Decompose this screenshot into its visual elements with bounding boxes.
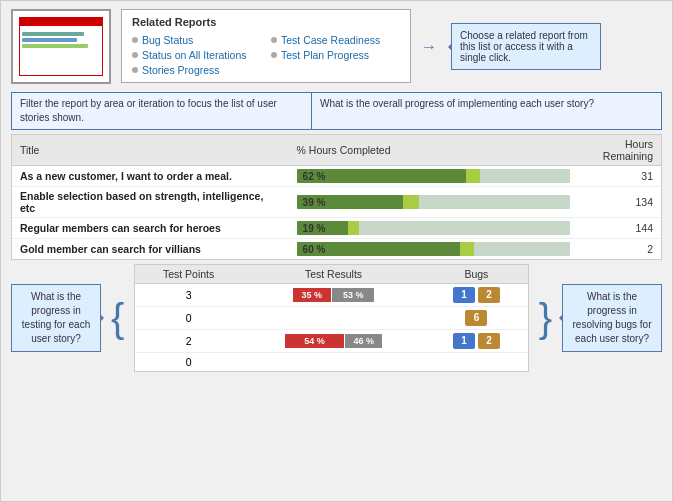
bottom-row: 335 %53 %12 [135, 284, 527, 307]
test-results-cell: 35 %53 % [242, 284, 425, 307]
test-results-cell [242, 353, 425, 372]
test-results-cell [242, 307, 425, 330]
story-title: Gold member can search for villians [12, 239, 289, 260]
bottom-row: 0 [135, 353, 527, 372]
hours-remaining: 144 [578, 218, 661, 239]
screenshot-thumbnail [11, 9, 111, 84]
filter-right-text: What is the overall progress of implemen… [311, 92, 662, 130]
col-test-results: Test Results [242, 265, 425, 284]
hours-remaining: 134 [578, 187, 661, 218]
top-section: Related Reports Bug Status Test Case Rea… [1, 1, 672, 92]
filter-section: Filter the report by area or iteration t… [11, 92, 662, 130]
col-bugs: Bugs [425, 265, 527, 284]
col-hours-completed: % Hours Completed [289, 135, 578, 166]
report-item-test-plan-progress[interactable]: Test Plan Progress [271, 49, 400, 61]
story-title: As a new customer, I want to order a mea… [12, 166, 289, 187]
hours-remaining: 31 [578, 166, 661, 187]
right-brace-icon: } [539, 298, 552, 338]
story-row: Enable selection based on strength, inte… [12, 187, 661, 218]
progress-cell: 60 % [289, 239, 578, 260]
report-item-bug-status[interactable]: Bug Status [132, 34, 261, 46]
test-results-cell: 54 %46 % [242, 330, 425, 353]
test-points-cell: 0 [135, 353, 241, 372]
stories-table-section: Title % Hours Completed Hours Remaining … [11, 134, 662, 260]
test-points-cell: 0 [135, 307, 241, 330]
related-reports-box: Related Reports Bug Status Test Case Rea… [121, 9, 411, 83]
report-bullet [132, 52, 138, 58]
report-bullet [271, 52, 277, 58]
col-title: Title [12, 135, 289, 166]
report-bullet [132, 67, 138, 73]
report-item-status-iterations[interactable]: Status on All Iterations [132, 49, 261, 61]
filter-left-text: Filter the report by area or iteration t… [11, 92, 311, 130]
story-title: Enable selection based on strength, inte… [12, 187, 289, 218]
bugs-cell [425, 353, 527, 372]
story-row: Regular members can search for heroes19 … [12, 218, 661, 239]
progress-cell: 19 % [289, 218, 578, 239]
test-points-cell: 2 [135, 330, 241, 353]
bugs-cell: 12 [425, 284, 527, 307]
progress-cell: 62 % [289, 166, 578, 187]
report-bullet [132, 37, 138, 43]
story-row: Gold member can search for villians60 %2 [12, 239, 661, 260]
bottom-table-container: Test Points Test Results Bugs 335 %53 %1… [134, 264, 528, 372]
bottom-row: 254 %46 %12 [135, 330, 527, 353]
progress-cell: 39 % [289, 187, 578, 218]
test-points-cell: 3 [135, 284, 241, 307]
bottom-left-tooltip: What is the progress in testing for each… [11, 284, 101, 352]
bugs-cell: 6 [425, 307, 527, 330]
main-container: Related Reports Bug Status Test Case Rea… [0, 0, 673, 502]
story-row: As a new customer, I want to order a mea… [12, 166, 661, 187]
bottom-table: Test Points Test Results Bugs 335 %53 %1… [135, 265, 527, 371]
stories-table: Title % Hours Completed Hours Remaining … [12, 135, 661, 259]
col-test-points: Test Points [135, 265, 241, 284]
related-reports-title: Related Reports [132, 16, 400, 28]
report-item-stories-progress[interactable]: Stories Progress [132, 64, 261, 76]
report-bullet [271, 37, 277, 43]
story-title: Regular members can search for heroes [12, 218, 289, 239]
bottom-row: 06 [135, 307, 527, 330]
bottom-section: What is the progress in testing for each… [11, 264, 662, 372]
related-reports-grid: Bug Status Test Case Readiness Status on… [132, 34, 400, 76]
related-reports-tooltip: Choose a related report from this list o… [451, 23, 601, 70]
left-brace-icon: { [111, 298, 124, 338]
arrow-icon: → [421, 38, 437, 56]
hours-remaining: 2 [578, 239, 661, 260]
bottom-right-tooltip: What is the progress in resolving bugs f… [562, 284, 662, 352]
bugs-cell: 12 [425, 330, 527, 353]
report-item-test-case-readiness[interactable]: Test Case Readiness [271, 34, 400, 46]
col-hours-remaining: Hours Remaining [578, 135, 661, 166]
